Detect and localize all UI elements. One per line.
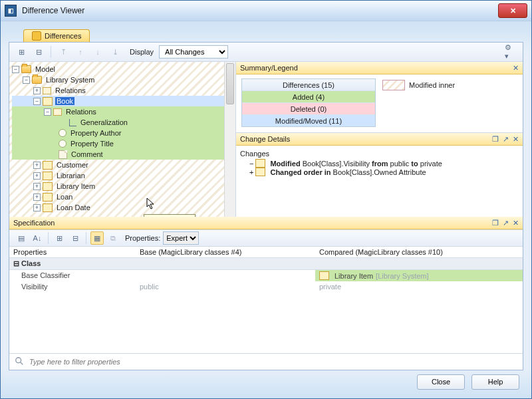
spec-expand-icon[interactable]: ⊞ — [53, 231, 66, 245]
tree-node[interactable]: Library System — [45, 76, 96, 84]
display-label: Display — [130, 48, 154, 56]
tree-toggle[interactable]: + — [33, 204, 41, 211]
tree-toggle[interactable]: + — [33, 87, 41, 94]
folder-icon — [21, 65, 31, 73]
tree-scrollbar[interactable] — [224, 62, 235, 217]
tree-toggle[interactable]: + — [33, 172, 41, 180]
prop-name: Base Classifier — [9, 270, 136, 281]
tree-node-book[interactable]: Book — [55, 97, 74, 105]
tree-toggle[interactable]: − — [12, 66, 19, 73]
cursor-icon — [146, 198, 156, 209]
app-icon: ◧ — [5, 5, 17, 17]
details-title: Change Details — [240, 135, 290, 143]
main-panel: ⊞ ⊟ ⤒ ↑ ↓ ⤓ Display All Changes ⚙ ▾ −Mo — [9, 42, 523, 370]
tree-node[interactable]: Librarian — [55, 172, 86, 180]
diff-row-deleted[interactable]: Deleted (0) — [242, 103, 375, 115]
panel-close-icon[interactable]: ✕ — [513, 135, 519, 144]
details-body: Changes − Modified Book[Class].Visibilit… — [236, 146, 523, 217]
diff-row-header: Differences (15) — [242, 79, 375, 91]
tree-toggle[interactable]: − — [33, 98, 41, 105]
nav-down-icon[interactable]: ↓ — [91, 45, 104, 59]
settings-gear-icon[interactable]: ⚙ ▾ — [504, 45, 517, 59]
panel-external-icon[interactable]: ↗ — [503, 219, 509, 227]
spec-filter-input[interactable] — [28, 357, 517, 366]
class-icon — [43, 193, 53, 201]
tree-node[interactable]: Loan Date — [55, 203, 92, 211]
tree-toggle[interactable]: + — [33, 194, 41, 201]
diff-row-modified[interactable]: Modified/Moved (11) — [242, 115, 375, 126]
tree-node[interactable]: Library Item — [55, 182, 96, 190]
tree-node[interactable]: Relations — [65, 108, 98, 116]
class-icon — [43, 97, 53, 106]
summary-body: Differences (15) Added (4) Deleted (0) M… — [236, 74, 523, 133]
spec-title: Specification — [13, 219, 55, 227]
tree-node[interactable]: Comment — [70, 150, 104, 158]
collapse-all-icon[interactable]: ⊟ — [32, 45, 45, 59]
class-icon — [43, 182, 53, 191]
properties-select[interactable]: Expert — [163, 231, 199, 245]
panel-external-icon[interactable]: ↗ — [503, 135, 509, 144]
nav-down-last-icon[interactable]: ⤓ — [108, 45, 122, 59]
tree-node[interactable]: Generalization — [79, 118, 129, 126]
svg-line-1 — [21, 362, 23, 365]
change-line[interactable]: − Modified Book[Class].Visibility from p… — [249, 159, 519, 168]
panel-restore-icon[interactable]: ❐ — [492, 135, 499, 144]
spec-grid-icon[interactable]: ▦ — [90, 231, 104, 245]
diff-row-added[interactable]: Added (4) — [242, 91, 375, 103]
spec-grid: Properties Base (MagicLibrary classes #4… — [9, 247, 523, 353]
tree-toggle[interactable]: − — [44, 108, 51, 116]
differences-table: Differences (15) Added (4) Deleted (0) M… — [241, 78, 376, 127]
prop-base: public — [136, 281, 315, 292]
tree-node[interactable]: Property Author — [69, 129, 122, 137]
tab-differences[interactable]: Differences — [23, 29, 90, 43]
col-compared[interactable]: Compared (MagicLibrary classes #10) — [315, 247, 523, 257]
details-header: Change Details ❐ ↗ ✕ — [236, 133, 523, 146]
spec-filter-bar — [9, 353, 523, 370]
spec-sort-icon[interactable]: A↓ — [31, 231, 44, 245]
tree-toggle[interactable]: − — [23, 76, 30, 84]
class-icon — [43, 161, 53, 170]
properties-label: Properties: — [125, 234, 160, 242]
spec-header: Specification ❐ ↗ ✕ — [9, 217, 523, 229]
col-properties[interactable]: Properties — [9, 247, 136, 257]
tree-toggle[interactable]: + — [33, 183, 41, 190]
spec-row-visibility[interactable]: Visibility public private — [9, 281, 523, 292]
help-button[interactable]: Help — [471, 374, 519, 390]
model-tree[interactable]: −Model −Library System +Relations −Book … — [9, 62, 235, 217]
spec-view1-icon[interactable]: ▤ — [15, 231, 28, 245]
panel-restore-icon[interactable]: ❐ — [492, 219, 499, 227]
change-line[interactable]: + Changed order in Book[Class].Owned Att… — [249, 168, 519, 176]
tree-toggle[interactable]: + — [33, 162, 41, 169]
tree-toggle[interactable]: + — [249, 168, 253, 176]
display-select[interactable]: All Changes — [159, 45, 228, 59]
prop-compared: Library Item [Library System] — [315, 270, 523, 281]
spec-collapse-icon[interactable]: ⊟ — [68, 231, 82, 245]
client-area: Differences ⊞ ⊟ ⤒ ↑ ↓ ⤓ Display All Chan… — [1, 21, 531, 398]
property-icon — [59, 140, 66, 148]
close-button[interactable]: Close — [417, 374, 465, 390]
panel-close-icon[interactable]: ✕ — [513, 219, 519, 227]
tree-node[interactable]: Property Title — [69, 140, 115, 148]
nav-up-icon[interactable]: ↑ — [74, 45, 87, 59]
tree-node[interactable]: Loan — [55, 193, 74, 201]
spec-row-base-classifier[interactable]: Base Classifier Library Item [Library Sy… — [9, 270, 523, 281]
summary-header: Summary/Legend ✕ — [236, 62, 523, 74]
spec-category[interactable]: ⊟ Class — [9, 257, 523, 270]
spec-link-icon[interactable]: ⧉ — [106, 231, 120, 245]
window-close-button[interactable]: ✕ — [498, 3, 527, 18]
class-icon — [43, 172, 53, 180]
tree-node[interactable]: Customer — [55, 161, 90, 169]
upper-split: −Model −Library System +Relations −Book … — [9, 62, 523, 217]
package-icon — [43, 87, 51, 94]
tree-node[interactable]: Relations — [54, 86, 87, 94]
expand-all-icon[interactable]: ⊞ — [15, 45, 28, 59]
tree-node-model[interactable]: Model — [34, 65, 57, 73]
col-base[interactable]: Base (MagicLibrary classes #4) — [136, 247, 315, 257]
differences-icon — [32, 31, 41, 41]
spec-col-headers: Properties Base (MagicLibrary classes #4… — [9, 247, 523, 257]
property-icon — [59, 129, 66, 137]
panel-close-icon[interactable]: ✕ — [513, 64, 519, 72]
nav-up-first-icon[interactable]: ⤒ — [57, 45, 70, 59]
search-icon — [15, 356, 24, 367]
tab-label: Differences — [45, 32, 81, 40]
